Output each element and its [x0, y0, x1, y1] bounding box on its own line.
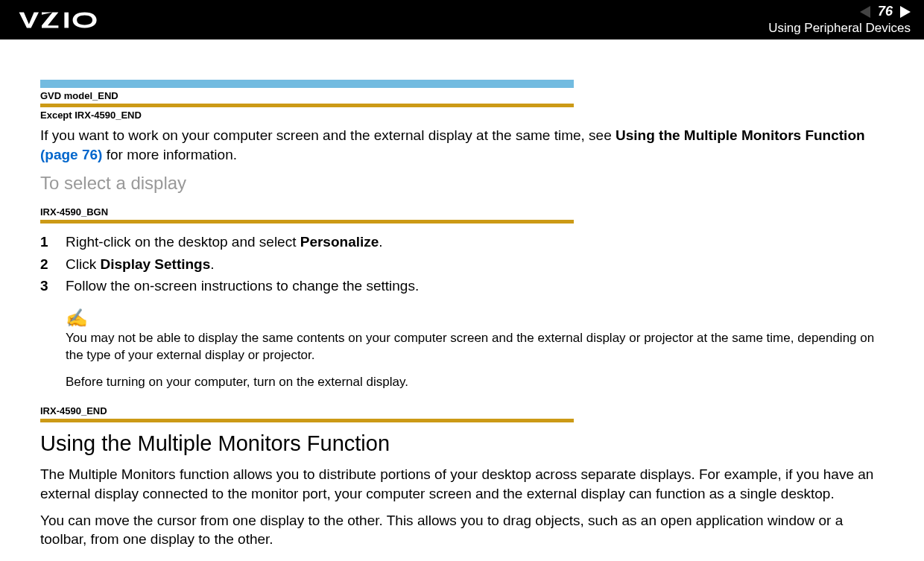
step-item: 3 Follow the on-screen instructions to c…: [40, 275, 888, 297]
section-para-2: You can move the cursor from one display…: [40, 511, 888, 549]
prev-page-arrow[interactable]: [860, 6, 870, 18]
tag-irx-bgn: IRX-4590_BGN: [40, 204, 888, 220]
tag-bar-gold: [40, 220, 574, 224]
section-heading: Using the Multiple Monitors Function: [40, 431, 888, 456]
step-item: 1 Right-click on the desktop and select …: [40, 231, 888, 253]
page-link[interactable]: (page 76): [40, 147, 102, 162]
intro-suffix: for more information.: [102, 147, 237, 162]
next-page-arrow[interactable]: [900, 6, 911, 18]
intro-paragraph: If you want to work on your computer scr…: [40, 126, 888, 164]
steps-list: 1 Right-click on the desktop and select …: [40, 231, 888, 297]
step-number: 3: [40, 275, 66, 297]
note-block: ✍ You may not be able to display the sam…: [66, 308, 888, 392]
tag-gvd-model: GVD model_END: [40, 88, 888, 104]
vaio-logo: [13, 11, 118, 29]
page-number: 76: [878, 4, 893, 19]
step-text: Follow the on-screen instructions to cha…: [66, 275, 419, 297]
page-header: 76 Using Peripheral Devices: [0, 0, 924, 39]
note-text-2: Before turning on your computer, turn on…: [66, 374, 888, 391]
tag-bar-blue: [40, 80, 574, 88]
step-number: 2: [40, 253, 66, 275]
intro-prefix: If you want to work on your computer scr…: [40, 127, 616, 143]
step-text: Click Display Settings.: [66, 253, 215, 275]
step-text: Right-click on the desktop and select Pe…: [66, 231, 383, 253]
tag-irx-end: IRX-4590_END: [40, 403, 888, 419]
page-nav: 76: [860, 4, 911, 19]
section-para-1: The Multiple Monitors function allows yo…: [40, 465, 888, 503]
tag-except-irx: Except IRX-4590_END: [40, 107, 888, 123]
intro-bold: Using the Multiple Monitors Function: [616, 127, 865, 143]
step-item: 2 Click Display Settings.: [40, 253, 888, 275]
header-right: 76 Using Peripheral Devices: [768, 4, 911, 36]
svg-rect-0: [64, 12, 69, 28]
note-text-1: You may not be able to display the same …: [66, 330, 888, 364]
note-icon: ✍: [66, 308, 888, 329]
breadcrumb: Using Peripheral Devices: [768, 21, 911, 36]
page-content: GVD model_END Except IRX-4590_END If you…: [0, 39, 924, 561]
step-number: 1: [40, 231, 66, 253]
subheading-select-display: To select a display: [40, 173, 888, 194]
tag-bar-gold: [40, 419, 574, 422]
